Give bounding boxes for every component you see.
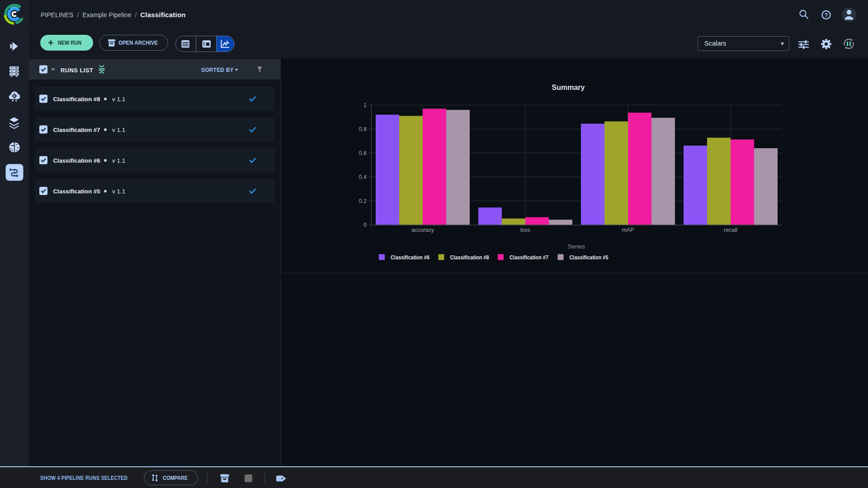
svg-text:Classification #8: Classification #8 bbox=[53, 95, 100, 102]
svg-text:recall: recall bbox=[724, 227, 737, 233]
svg-text:mAP: mAP bbox=[622, 227, 634, 233]
svg-text:?: ? bbox=[825, 12, 828, 19]
svg-text:Classification #6: Classification #6 bbox=[53, 157, 100, 164]
svg-text:0.4: 0.4 bbox=[359, 174, 367, 180]
svg-text:Classification #5: Classification #5 bbox=[570, 254, 609, 261]
svg-text:0.8: 0.8 bbox=[359, 126, 367, 132]
svg-text:Classification #7: Classification #7 bbox=[53, 126, 100, 133]
svg-text:OPEN ARCHIVE: OPEN ARCHIVE bbox=[118, 40, 158, 46]
svg-text:NEW RUN: NEW RUN bbox=[58, 40, 81, 46]
svg-text:v 1.1: v 1.1 bbox=[112, 95, 125, 102]
svg-text:Classification #7: Classification #7 bbox=[509, 254, 548, 261]
svg-text:loss: loss bbox=[520, 227, 530, 233]
svg-text:1: 1 bbox=[363, 102, 367, 108]
svg-text:Classification #5: Classification #5 bbox=[53, 188, 100, 194]
svg-text:v 1.1: v 1.1 bbox=[112, 126, 125, 133]
svg-text:RUNS LIST: RUNS LIST bbox=[61, 67, 93, 74]
svg-text:0.2: 0.2 bbox=[359, 198, 367, 204]
svg-text:COMPARE: COMPARE bbox=[163, 475, 188, 481]
svg-text:0: 0 bbox=[363, 222, 367, 228]
svg-text:v 1.1: v 1.1 bbox=[112, 188, 125, 194]
svg-text:0.6: 0.6 bbox=[359, 150, 367, 156]
svg-text:Series: Series bbox=[568, 243, 585, 250]
svg-text:Classification #8: Classification #8 bbox=[450, 254, 489, 261]
svg-text:Classification #6: Classification #6 bbox=[391, 254, 429, 261]
svg-text:v 1.1: v 1.1 bbox=[112, 157, 125, 164]
svg-text:accuracy: accuracy bbox=[411, 227, 434, 233]
svg-text:Summary: Summary bbox=[552, 84, 585, 91]
svg-text:SORTED BY: SORTED BY bbox=[201, 67, 234, 73]
